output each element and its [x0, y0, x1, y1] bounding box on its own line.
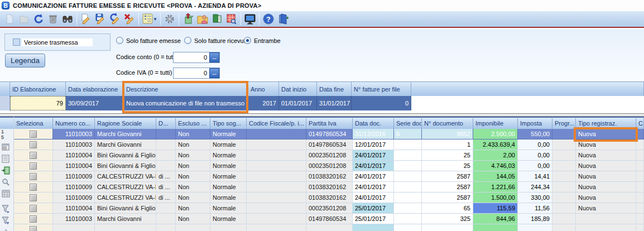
cell-dat-inizio[interactable]: 01/01/2017: [279, 96, 317, 110]
cell-imposta[interactable]: 14,41: [518, 171, 552, 182]
cell-tipo-soggetto[interactable]: [210, 224, 247, 231]
cell-serie-doc[interactable]: [394, 139, 422, 150]
codice-conto-field[interactable]: 0 ...: [173, 52, 220, 63]
cell-seleziona[interactable]: [14, 224, 53, 231]
cell-tipo-soggetto[interactable]: Normale: [210, 139, 247, 150]
help-icon[interactable]: ?: [261, 12, 276, 26]
cell-seleziona[interactable]: [14, 129, 53, 139]
cell-codice-fiscale[interactable]: [247, 129, 306, 139]
cell-seleziona[interactable]: [14, 203, 53, 214]
delete-icon[interactable]: [46, 12, 60, 26]
cell-tipo-soggetto[interactable]: Normale: [210, 150, 247, 161]
row-checkbox[interactable]: [30, 205, 37, 212]
codice-iva-value[interactable]: 0: [174, 68, 209, 78]
cell-data-doc[interactable]: 25/01/2017: [353, 203, 394, 214]
table-row[interactable]: 11010003 Marchi Giovanni Non Normale 014…: [14, 214, 644, 224]
column-header-data-fine[interactable]: Data fine: [317, 82, 352, 96]
delete-record-icon[interactable]: [122, 12, 137, 26]
cell-numero[interactable]: 11010003: [53, 214, 95, 224]
import-icon[interactable]: [181, 12, 195, 26]
cell-partita-iva[interactable]: [306, 224, 353, 231]
cell-d[interactable]: [156, 161, 176, 171]
cell-data-doc[interactable]: 24/01/2017: [353, 161, 394, 171]
column-header-codice-fiscale[interactable]: Codice Fiscale/p. i...: [247, 117, 306, 129]
cell-tipo-soggetto[interactable]: Normale: [210, 203, 247, 214]
cell-serie-doc[interactable]: [394, 171, 422, 182]
cell-seleziona[interactable]: [14, 161, 53, 171]
settings-icon[interactable]: [162, 12, 177, 26]
cell-n-documento[interactable]: 325: [422, 214, 473, 224]
cell-tipo-registrazione[interactable]: Nuova: [576, 203, 636, 214]
cell-d[interactable]: [156, 129, 176, 139]
cell-tipo-soggetto[interactable]: Normale: [210, 182, 247, 192]
cell-progressivo[interactable]: [552, 203, 576, 214]
cell-numero[interactable]: [53, 224, 95, 231]
row-checkbox[interactable]: [30, 226, 37, 231]
cell-data-doc[interactable]: 31/12/2016: [353, 129, 394, 139]
cell-escluso[interactable]: Non: [176, 192, 210, 203]
cell-partita-iva[interactable]: 01497860534: [306, 129, 353, 139]
cell-numero[interactable]: 11010009: [53, 171, 95, 182]
cell-n-documento[interactable]: 2587: [422, 192, 473, 203]
cell-seleziona[interactable]: [14, 171, 53, 182]
cell-ragione-sociale[interactable]: Bini Giovanni & Figlio: [95, 150, 156, 161]
monitor-icon[interactable]: [243, 12, 257, 26]
cell-numero[interactable]: 11010009: [53, 182, 95, 192]
cell-c[interactable]: [636, 192, 644, 203]
table-row[interactable]: 11010009 CALCESTRUZZI VA-DO di ... Non N…: [14, 182, 644, 192]
cell-imponibile[interactable]: 2.500,00: [473, 129, 518, 139]
cell-serie-doc[interactable]: [394, 214, 422, 224]
cell-codice-fiscale[interactable]: [247, 182, 306, 192]
cell-d[interactable]: [156, 224, 176, 231]
cell-codice-fiscale[interactable]: [247, 139, 306, 150]
cell-c[interactable]: [636, 171, 644, 182]
cell-tipo-registrazione[interactable]: [576, 214, 636, 224]
cell-escluso[interactable]: Non: [176, 150, 210, 161]
cell-progressivo[interactable]: [552, 192, 576, 203]
versione-trasmessa-checkbox[interactable]: [13, 38, 20, 46]
cell-codice-fiscale[interactable]: [247, 192, 306, 203]
grid-calc-icon[interactable]: [1, 189, 11, 199]
cell-data-doc[interactable]: [353, 224, 394, 231]
cell-escluso[interactable]: Non: [176, 171, 210, 182]
cell-data-doc[interactable]: 24/01/2017: [353, 192, 394, 203]
cell-imposta[interactable]: 185,89: [518, 214, 552, 224]
cell-ragione-sociale[interactable]: CALCESTRUZZI VA-DO: [95, 182, 156, 192]
column-header-escluso[interactable]: Escluso ...: [176, 117, 210, 129]
cell-escluso[interactable]: [176, 224, 210, 231]
cell-n-documento[interactable]: 65: [422, 203, 473, 214]
cell-imponibile[interactable]: [473, 224, 518, 231]
table-row[interactable]: 11010004 Bini Giovanni & Figlio Non Norm…: [14, 161, 644, 171]
cell-imponibile[interactable]: 2.433.639,4: [473, 139, 518, 150]
cell-imposta[interactable]: 0,00: [518, 139, 552, 150]
cell-serie-doc[interactable]: [394, 192, 422, 203]
cell-data-doc[interactable]: 25/01/2017: [353, 214, 394, 224]
cell-c[interactable]: [636, 161, 644, 171]
cell-n-documento[interactable]: 1: [422, 139, 473, 150]
cell-tipo-soggetto[interactable]: Normale: [210, 192, 247, 203]
cell-serie-doc[interactable]: [394, 203, 422, 214]
cell-codice-fiscale[interactable]: [247, 224, 306, 231]
cell-c[interactable]: [636, 150, 644, 161]
cell-partita-iva[interactable]: 00023501208: [306, 150, 353, 161]
cell-serie-doc[interactable]: [394, 224, 422, 231]
cell-n-documento[interactable]: 9652: [422, 129, 473, 139]
row-checkbox[interactable]: [30, 141, 37, 148]
find-icon[interactable]: [60, 12, 75, 26]
cell-anno[interactable]: 2017: [248, 96, 279, 110]
cell-numero[interactable]: 11010009: [53, 192, 95, 203]
cell-partita-iva[interactable]: 01038320162: [306, 182, 353, 192]
cell-c[interactable]: [636, 182, 644, 192]
radio-entrambe[interactable]: Entrambe: [244, 36, 281, 45]
radio-solo-fatture-ricevute[interactable]: Solo fatture ricevute: [184, 36, 249, 45]
cell-imponibile[interactable]: 115,59: [473, 203, 518, 214]
cell-progressivo[interactable]: [552, 129, 576, 139]
cell-seleziona[interactable]: [14, 192, 53, 203]
cell-tipo-registrazione[interactable]: Nuova: [576, 192, 636, 203]
cell-seleziona[interactable]: [14, 150, 53, 161]
table-row-selected[interactable]: 11010003 Marchi Giovanni Non Normale 014…: [14, 129, 644, 139]
list-icon[interactable]: [1, 154, 11, 163]
cell-id-elaborazione[interactable]: 79: [10, 96, 66, 110]
cell-escluso[interactable]: Non: [176, 139, 210, 150]
cell-escluso[interactable]: Non: [176, 161, 210, 171]
